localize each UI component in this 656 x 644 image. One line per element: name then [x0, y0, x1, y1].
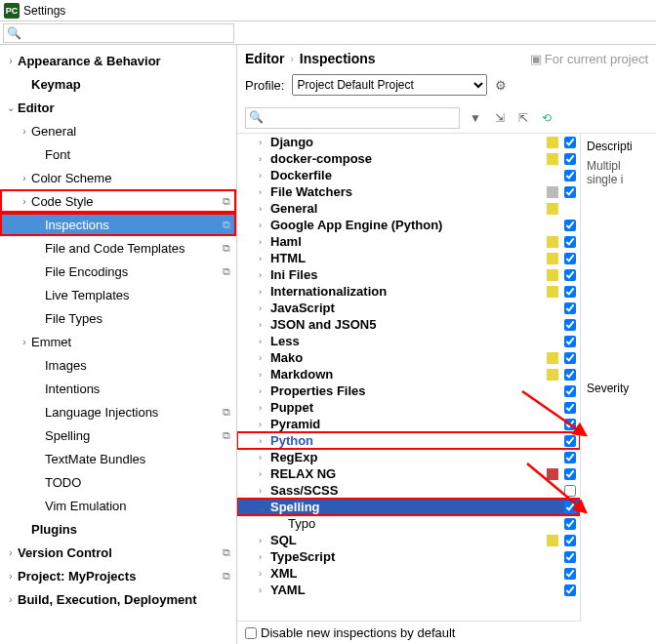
- inspection-row-typescript[interactable]: ›TypeScript: [237, 548, 580, 565]
- chevron-icon: ›: [259, 221, 270, 230]
- sidebar-item-language-injections[interactable]: Language Injections⧉: [0, 400, 236, 423]
- inspection-row-spelling[interactable]: ⌄Spelling: [237, 499, 580, 515]
- inspection-row-haml[interactable]: ›Haml: [237, 233, 580, 250]
- inspection-checkbox[interactable]: [564, 236, 576, 248]
- sidebar-item-file-and-code-templates[interactable]: File and Code Templates⧉: [0, 236, 236, 260]
- inspection-checkbox[interactable]: [564, 170, 576, 181]
- inspection-row-puppet[interactable]: ›Puppet: [237, 399, 580, 416]
- sidebar-item-live-templates[interactable]: Live Templates: [0, 283, 236, 306]
- sidebar-item-color-scheme[interactable]: ›Color Scheme: [0, 166, 236, 189]
- inspection-checkbox[interactable]: [564, 485, 576, 497]
- inspection-row-xml[interactable]: ›XML: [237, 565, 580, 582]
- inspection-row-relax-ng[interactable]: ›RELAX NG: [237, 465, 580, 482]
- inspection-checkbox[interactable]: [564, 518, 576, 530]
- inspection-checkbox[interactable]: [564, 336, 576, 347]
- inspection-checkbox[interactable]: [564, 319, 576, 331]
- inspection-checkbox[interactable]: [564, 468, 576, 480]
- inspection-row-sql[interactable]: ›SQL: [237, 532, 580, 548]
- inspection-checkbox[interactable]: [564, 584, 576, 596]
- inspection-checkbox[interactable]: [564, 220, 576, 231]
- inspection-checkbox[interactable]: [564, 551, 576, 563]
- expand-icon[interactable]: ⇲: [491, 111, 509, 125]
- inspection-search-input[interactable]: [245, 107, 460, 129]
- inspection-row-less[interactable]: ›Less: [237, 333, 580, 349]
- inspection-checkbox[interactable]: [564, 137, 576, 148]
- gear-icon[interactable]: ⚙: [495, 78, 507, 93]
- severity-color-icon: [547, 286, 558, 298]
- sidebar-item-project-myprojects[interactable]: ›Project: MyProjects⧉: [0, 564, 236, 587]
- sidebar-item-appearance-behavior[interactable]: ›Appearance & Behavior: [0, 49, 236, 72]
- inspection-checkbox[interactable]: [564, 369, 576, 381]
- inspection-row-python[interactable]: ›Python: [237, 432, 580, 449]
- reset-icon[interactable]: ⟲: [538, 111, 555, 125]
- sidebar-item-file-types[interactable]: File Types: [0, 306, 236, 330]
- chevron-icon: ›: [18, 196, 31, 207]
- inspection-row-html[interactable]: ›HTML: [237, 250, 580, 266]
- inspection-row-docker-compose[interactable]: ›docker-compose: [237, 150, 580, 167]
- inspection-checkbox[interactable]: [564, 286, 576, 298]
- inspection-checkbox[interactable]: [564, 153, 576, 165]
- inspection-row-internationalization[interactable]: ›Internationalization: [237, 283, 580, 300]
- inspection-checkbox[interactable]: [564, 502, 576, 513]
- inspection-row-markdown[interactable]: ›Markdown: [237, 366, 580, 382]
- sidebar-item-build-execution-deployment[interactable]: ›Build, Execution, Deployment: [0, 587, 236, 611]
- settings-search-input[interactable]: [3, 23, 234, 43]
- inspection-checkbox[interactable]: [564, 452, 576, 463]
- sidebar-item-file-encodings[interactable]: File Encodings⧉: [0, 260, 236, 283]
- inspection-checkbox[interactable]: [564, 435, 576, 447]
- breadcrumb-editor[interactable]: Editor: [245, 51, 284, 66]
- inspection-row-sass-scss[interactable]: ›Sass/SCSS: [237, 482, 580, 499]
- inspection-tree[interactable]: ›Django›docker-compose›Dockerfile›File W…: [237, 134, 581, 621]
- chevron-icon: ›: [259, 403, 270, 413]
- sidebar-item-font[interactable]: Font: [0, 142, 236, 166]
- inspection-name: Markdown: [270, 367, 580, 382]
- sidebar-item-todo[interactable]: TODO: [0, 470, 236, 494]
- inspection-row-general[interactable]: ›General: [237, 200, 580, 217]
- inspection-row-google-app-engine-python-[interactable]: ›Google App Engine (Python): [237, 217, 580, 233]
- sidebar-item-textmate-bundles[interactable]: TextMate Bundles: [0, 447, 236, 470]
- inspection-name: docker-compose: [270, 151, 580, 166]
- collapse-icon[interactable]: ⇱: [514, 111, 532, 125]
- sidebar-item-vim-emulation[interactable]: Vim Emulation: [0, 494, 236, 517]
- sidebar-item-images[interactable]: Images: [0, 353, 236, 377]
- inspection-row-pyramid[interactable]: ›Pyramid: [237, 416, 580, 432]
- inspection-checkbox[interactable]: [564, 302, 576, 314]
- settings-sidebar[interactable]: ›Appearance & BehaviorKeymap⌄Editor›Gene…: [0, 45, 237, 644]
- inspection-checkbox[interactable]: [564, 568, 576, 580]
- chevron-icon: ›: [259, 270, 270, 280]
- inspection-row-yaml[interactable]: ›YAML: [237, 582, 580, 598]
- inspection-row-javascript[interactable]: ›JavaScript: [237, 300, 580, 316]
- inspection-row-file-watchers[interactable]: ›File Watchers: [237, 183, 580, 200]
- disable-new-checkbox[interactable]: [245, 627, 257, 639]
- sidebar-item-keymap[interactable]: Keymap: [0, 72, 236, 96]
- sidebar-item-general[interactable]: ›General: [0, 119, 236, 142]
- inspection-row-django[interactable]: ›Django: [237, 134, 580, 150]
- sidebar-item-plugins[interactable]: Plugins: [0, 517, 236, 541]
- inspection-checkbox[interactable]: [564, 402, 576, 414]
- inspection-checkbox[interactable]: [564, 186, 576, 198]
- sidebar-item-code-style[interactable]: ›Code Style⧉: [0, 189, 236, 213]
- sidebar-item-version-control[interactable]: ›Version Control⧉: [0, 541, 236, 564]
- sidebar-item-intentions[interactable]: Intentions: [0, 377, 236, 400]
- sidebar-item-spelling[interactable]: Spelling⧉: [0, 423, 236, 447]
- sidebar-item-editor[interactable]: ⌄Editor: [0, 96, 236, 119]
- inspection-row-json-and-json-[interactable]: ›JSON and JSON5: [237, 316, 580, 333]
- inspection-row-mako[interactable]: ›Mako: [237, 349, 580, 366]
- inspection-row-properties-files[interactable]: ›Properties Files: [237, 382, 580, 399]
- inspection-row-typo[interactable]: Typo: [237, 515, 580, 532]
- inspection-row-regexp[interactable]: ›RegExp: [237, 449, 580, 465]
- inspection-checkbox[interactable]: [564, 352, 576, 364]
- sidebar-item-inspections[interactable]: Inspections⧉: [0, 213, 236, 236]
- inspection-row-dockerfile[interactable]: ›Dockerfile: [237, 167, 580, 183]
- window-title: Settings: [23, 4, 65, 18]
- inspection-row-ini-files[interactable]: ›Ini Files: [237, 266, 580, 283]
- inspection-checkbox[interactable]: [564, 385, 576, 397]
- filter-icon[interactable]: ▼: [466, 111, 485, 125]
- inspection-checkbox[interactable]: [564, 269, 576, 281]
- sidebar-item-emmet[interactable]: ›Emmet: [0, 330, 236, 353]
- profile-select[interactable]: Project Default Project: [292, 74, 487, 96]
- inspection-checkbox[interactable]: [564, 253, 576, 264]
- inspection-checkbox[interactable]: [564, 535, 576, 546]
- inspection-checkbox[interactable]: [564, 419, 576, 430]
- inspection-name: Typo: [288, 516, 580, 531]
